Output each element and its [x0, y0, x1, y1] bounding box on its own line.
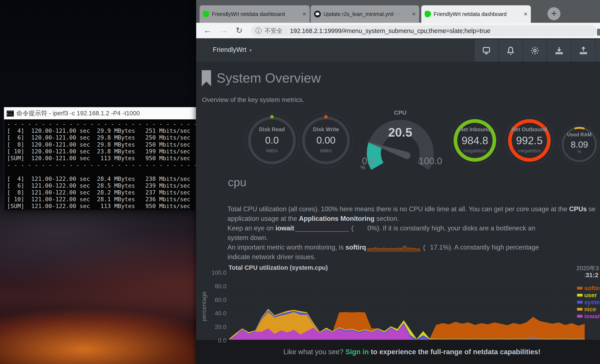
browser-window: FriendlyWrt netdata dashboard × Update r…	[196, 0, 600, 364]
y-tick: 40.0	[205, 310, 226, 317]
legend-item-softirq[interactable]: softirq	[577, 285, 600, 292]
github-icon	[314, 11, 321, 18]
legend-swatch	[577, 301, 582, 304]
gauge-unit: MiB/s	[305, 148, 347, 154]
chevron-down-icon: ▾	[249, 48, 252, 53]
export-button[interactable]	[572, 40, 595, 62]
terminal-window[interactable]: C:\_ 命令提示符 - iperf3 -c 192.168.1.2 -P4 -…	[4, 107, 196, 210]
close-icon[interactable]: ×	[302, 11, 306, 17]
settings-button[interactable]	[523, 40, 547, 62]
info-icon[interactable]: ⓘ	[255, 27, 262, 35]
legend-swatch	[577, 315, 582, 318]
banner-text: to experience the full-range of netdata …	[369, 348, 540, 356]
applications-monitoring-link[interactable]: Applications Monitoring	[299, 215, 375, 222]
terminal-line: [ 10] 121.00-122.00 sec 28.1 MBytes 236 …	[7, 196, 193, 203]
gauge-unit: megabits/s	[508, 148, 551, 154]
legend-label: softirq	[584, 285, 600, 292]
close-icon[interactable]: ×	[524, 11, 527, 17]
terminal-titlebar[interactable]: C:\_ 命令提示符 - iperf3 -c 192.168.1.2 -P4 -…	[4, 107, 196, 119]
terminal-line	[7, 168, 193, 175]
cpu-help-text: Total CPU utilization (all cores). 100% …	[227, 204, 600, 262]
terminal-line: - - - - - - - - - - - - - - - - - - - - …	[7, 162, 193, 168]
y-tick: 80.0	[205, 283, 226, 290]
gear-icon	[530, 46, 540, 55]
tab-separator	[310, 9, 310, 19]
legend-item-nice[interactable]: nice	[577, 306, 600, 313]
gauge-value: 0.00	[305, 134, 347, 146]
y-tick: 20.0	[205, 323, 226, 331]
disk-read-dot	[270, 115, 274, 119]
tab-netdata-1[interactable]: FriendlyWrt netdata dashboard ×	[200, 5, 309, 23]
iowait-value: 0%	[354, 223, 377, 233]
gauge-label: Disk Write	[305, 126, 347, 132]
back-icon[interactable]: ←	[203, 26, 212, 35]
y-tick: 0.0	[205, 337, 226, 344]
toolbar-extra-icon[interactable]	[597, 29, 600, 36]
disk-write-dot	[324, 115, 328, 119]
cpus-link[interactable]: CPUs	[569, 205, 587, 213]
terminal-line: [ 8] 121.00-122.00 sec 28.2 MBytes 237 M…	[7, 189, 193, 196]
monitor-icon	[482, 46, 491, 55]
legend-label: system	[584, 299, 600, 306]
softirq-sparkline[interactable]	[367, 243, 421, 252]
chart-title: Total CPU utilization (system.cpu)	[228, 264, 328, 271]
y-tick: 60.0	[205, 296, 226, 304]
iowait-sparkline[interactable]	[295, 225, 349, 232]
close-icon[interactable]: ×	[412, 11, 416, 17]
host-dropdown[interactable]: FriendlyWrt	[213, 46, 246, 54]
forward-icon[interactable]: →	[220, 26, 228, 35]
tab-github[interactable]: Update r2s_lean_minimal.yml · k ×	[311, 5, 419, 23]
new-tab-button[interactable]: +	[547, 7, 560, 20]
gauge-max: 100.0	[415, 156, 445, 166]
terminal-output[interactable]: - - - - - - - - - - - - - - - - - - - - …	[4, 119, 196, 210]
cmd-icon: C:\_	[7, 110, 14, 117]
legend-swatch	[577, 308, 582, 311]
netdata-page: FriendlyWrt ▾	[196, 38, 600, 364]
download-icon	[554, 46, 564, 55]
gauge-unit: %	[359, 164, 367, 171]
page-title: System Overview	[216, 70, 321, 85]
gauge-label: Disk Read	[251, 126, 293, 132]
gauge-value: 0.0	[251, 134, 293, 146]
gauge-label: Used RAM	[558, 132, 600, 138]
legend-label: user	[584, 292, 597, 299]
y-axis-label: percentage	[201, 285, 206, 328]
terminal-line: [SUM] 120.00-121.00 sec 113 MBytes 950 M…	[7, 155, 193, 162]
gauge-value: 992.5	[508, 134, 551, 147]
alarms-button[interactable]	[499, 40, 522, 62]
terminal-line: [SUM] 121.00-122.00 sec 113 MBytes 950 M…	[7, 203, 193, 210]
chart-timestamp-date: 2020年3	[576, 264, 599, 272]
gauge-unit: %	[558, 149, 600, 154]
gauge-value: 8.09	[558, 140, 600, 150]
legend-item-system[interactable]: system	[577, 299, 600, 306]
url-text[interactable]: 192.168.2.1:19999/#menu_system_submenu_c…	[290, 28, 490, 35]
tab-label: Update r2s_lean_minimal.yml · k	[323, 11, 409, 17]
gauge-value: 20.5	[379, 125, 422, 139]
address-bar[interactable]: ⓘ 不安全 192.168.2.1:19999/#menu_system_sub…	[251, 25, 597, 36]
terminal-title: 命令提示符 - iperf3 -c 192.168.1.2 -P4 -t1000	[16, 109, 140, 118]
legend-swatch	[577, 294, 582, 297]
tab-label: FriendlyWrt netdata dashboard	[212, 11, 300, 17]
reload-icon[interactable]: ↻	[236, 26, 243, 35]
nav-extra-button[interactable]	[596, 40, 600, 62]
import-button[interactable]	[547, 40, 571, 62]
tab-netdata-2-active[interactable]: FriendlyWrt netdata dashboard ×	[421, 5, 531, 23]
divider	[206, 43, 206, 57]
tab-label: FriendlyWrt netdata dashboard	[434, 11, 521, 17]
legend-item-iowait[interactable]: iowait	[577, 313, 600, 320]
terminal-line: - - - - - - - - - - - - - - - - - - - - …	[7, 121, 193, 127]
divider	[277, 43, 277, 57]
sign-in-link[interactable]: Sign in	[345, 348, 369, 356]
netdata-icon	[425, 11, 431, 17]
gauge-label: Net Inbound	[454, 126, 496, 132]
page-subtitle: Overview of the key system metrics.	[202, 96, 304, 103]
legend-item-user[interactable]: user	[577, 292, 600, 299]
bookmark-icon	[202, 70, 211, 86]
terminal-line: [ 8] 120.00-121.00 sec 29.8 MBytes 250 M…	[7, 141, 193, 148]
print-view-button[interactable]	[475, 40, 498, 62]
divider	[286, 28, 286, 34]
banner-text: Like what you see?	[283, 348, 346, 356]
netdata-navbar: FriendlyWrt ▾	[196, 39, 600, 62]
gauge-value: 984.8	[454, 134, 496, 147]
cpu-utilization-chart[interactable]	[229, 273, 585, 341]
